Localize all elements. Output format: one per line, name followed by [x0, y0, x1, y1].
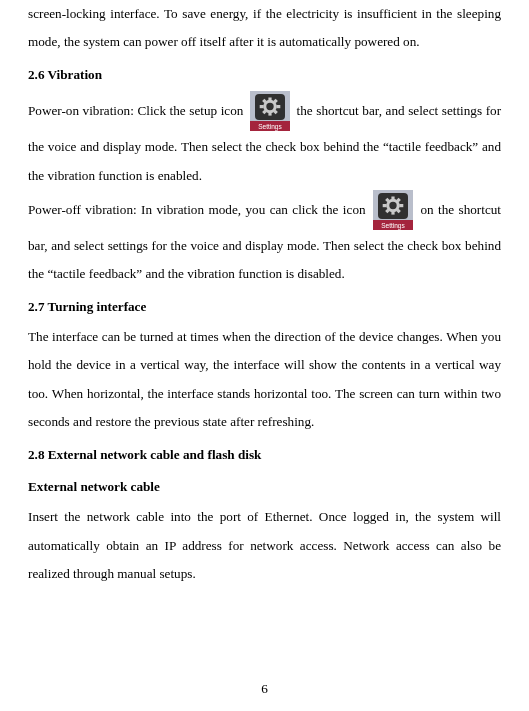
vibration-off-paragraph: Power-off vibration: In vibration mode, … — [28, 190, 501, 289]
vibration-on-paragraph: Power-on vibration: Click the setup icon — [28, 91, 501, 190]
settings-icon: Settings — [250, 91, 290, 131]
heading-2-6: 2.6 Vibration — [28, 61, 501, 89]
settings-icon: Settings — [373, 190, 413, 230]
svg-rect-17 — [399, 204, 403, 207]
svg-rect-16 — [391, 210, 394, 214]
external-cable-paragraph: Insert the network cable into the port o… — [28, 503, 501, 588]
intro-paragraph: screen-locking interface. To save energy… — [28, 0, 501, 57]
svg-rect-3 — [268, 98, 271, 102]
page-number: 6 — [0, 681, 529, 697]
svg-rect-15 — [391, 196, 394, 200]
svg-rect-18 — [383, 204, 387, 207]
svg-rect-5 — [276, 105, 280, 108]
heading-2-8-sub: External network cable — [28, 473, 501, 501]
svg-rect-6 — [260, 105, 264, 108]
heading-2-7: 2.7 Turning interface — [28, 293, 501, 321]
turning-paragraph: The interface can be turned at times whe… — [28, 323, 501, 437]
svg-rect-4 — [268, 112, 271, 116]
settings-icon-label: Settings — [381, 221, 405, 229]
settings-icon-label: Settings — [258, 123, 282, 131]
vib-off-text-a: Power-off vibration: In vibration mode, … — [28, 202, 366, 217]
vib-on-text-a: Power-on vibration: Click the setup icon — [28, 103, 243, 118]
heading-2-8: 2.8 External network cable and flash dis… — [28, 441, 501, 469]
